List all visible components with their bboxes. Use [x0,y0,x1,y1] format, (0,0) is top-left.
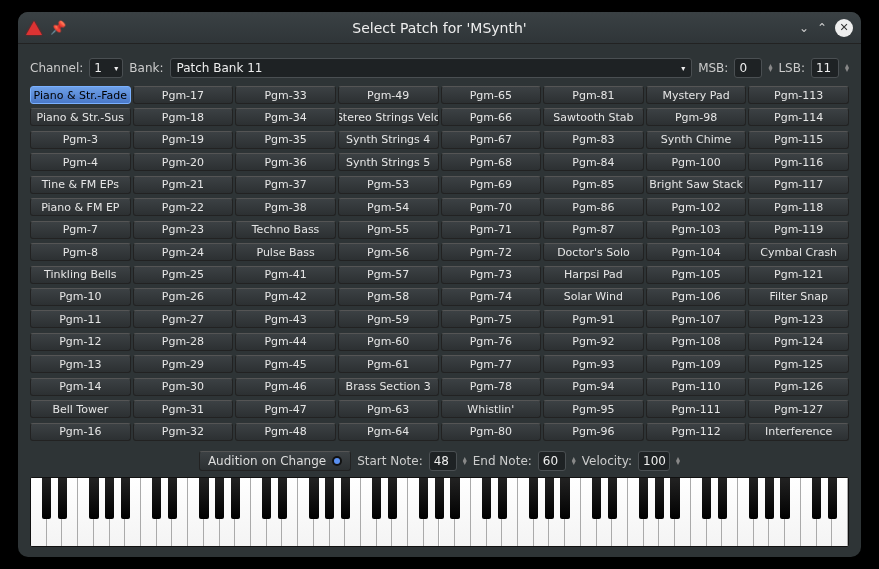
black-key[interactable] [42,478,51,519]
patch-button[interactable]: Pgm-72 [441,243,542,261]
patch-button[interactable]: Pgm-43 [235,310,336,328]
patch-button[interactable]: Pulse Bass [235,243,336,261]
patch-button[interactable]: Pgm-114 [748,108,849,126]
patch-button[interactable]: Pgm-102 [646,198,747,216]
patch-button[interactable]: Pgm-125 [748,355,849,373]
black-key[interactable] [89,478,98,519]
lsb-input[interactable]: 11 [811,58,839,78]
patch-button[interactable]: Pgm-96 [543,423,644,441]
patch-button[interactable]: Synth Strings 4 [338,131,439,149]
patch-button[interactable]: Piano & Str.-Fade [30,86,131,104]
patch-button[interactable]: Piano & FM EP [30,198,131,216]
black-key[interactable] [702,478,711,519]
patch-button[interactable]: Pgm-108 [646,333,747,351]
patch-button[interactable]: Doctor's Solo [543,243,644,261]
msb-input[interactable]: 0 [734,58,762,78]
patch-button[interactable]: Pgm-48 [235,423,336,441]
patch-button[interactable]: Pgm-83 [543,131,644,149]
patch-button[interactable]: Pgm-23 [133,221,234,239]
patch-button[interactable]: Pgm-32 [133,423,234,441]
patch-button[interactable]: Pgm-17 [133,86,234,104]
patch-button[interactable]: Pgm-104 [646,243,747,261]
black-key[interactable] [765,478,774,519]
chevron-down-icon[interactable]: ⌄ [799,21,809,35]
black-key[interactable] [168,478,177,519]
black-key[interactable] [592,478,601,519]
patch-button[interactable]: Pgm-18 [133,108,234,126]
patch-button[interactable]: Pgm-119 [748,221,849,239]
patch-button[interactable]: Pgm-80 [441,423,542,441]
patch-button[interactable]: Pgm-100 [646,153,747,171]
patch-button[interactable]: Pgm-86 [543,198,644,216]
black-key[interactable] [341,478,350,519]
patch-button[interactable]: Pgm-85 [543,176,644,194]
patch-button[interactable]: Pgm-60 [338,333,439,351]
velocity-input[interactable]: 100 [638,451,670,471]
patch-button[interactable]: Cymbal Crash [748,243,849,261]
patch-button[interactable]: Pgm-106 [646,288,747,306]
end-note-input[interactable]: 60 [538,451,566,471]
black-key[interactable] [639,478,648,519]
patch-button[interactable]: Pgm-66 [441,108,542,126]
patch-button[interactable]: Pgm-111 [646,400,747,418]
patch-button[interactable]: Pgm-115 [748,131,849,149]
patch-button[interactable]: Pgm-84 [543,153,644,171]
patch-button[interactable]: Pgm-64 [338,423,439,441]
black-key[interactable] [498,478,507,519]
patch-button[interactable]: Pgm-27 [133,310,234,328]
patch-button[interactable]: Pgm-42 [235,288,336,306]
black-key[interactable] [718,478,727,519]
patch-button[interactable]: Pgm-116 [748,153,849,171]
patch-button[interactable]: Pgm-63 [338,400,439,418]
channel-select[interactable]: 1 ▾ [89,58,123,78]
patch-button[interactable]: Pgm-49 [338,86,439,104]
black-key[interactable] [231,478,240,519]
patch-button[interactable]: Pgm-22 [133,198,234,216]
black-key[interactable] [152,478,161,519]
black-key[interactable] [278,478,287,519]
patch-button[interactable]: Pgm-36 [235,153,336,171]
black-key[interactable] [812,478,821,519]
patch-button[interactable]: Pgm-117 [748,176,849,194]
patch-button[interactable]: Whistlin' [441,400,542,418]
end-note-spinner[interactable]: ▴▾ [572,457,576,465]
patch-button[interactable]: Synth Chime [646,131,747,149]
black-key[interactable] [325,478,334,519]
patch-button[interactable]: Pgm-10 [30,288,131,306]
patch-button[interactable]: Tine & FM EPs [30,176,131,194]
patch-button[interactable]: Pgm-75 [441,310,542,328]
patch-button[interactable]: Pgm-8 [30,243,131,261]
patch-button[interactable]: Pgm-78 [441,378,542,396]
patch-button[interactable]: Pgm-25 [133,266,234,284]
black-key[interactable] [419,478,428,519]
patch-button[interactable]: Pgm-73 [441,266,542,284]
patch-button[interactable]: Pgm-35 [235,131,336,149]
patch-button[interactable]: Sawtooth Stab [543,108,644,126]
patch-button[interactable]: Pgm-55 [338,221,439,239]
patch-button[interactable]: Pgm-20 [133,153,234,171]
patch-button[interactable]: Pgm-109 [646,355,747,373]
patch-button[interactable]: Pgm-28 [133,333,234,351]
patch-button[interactable]: Pgm-44 [235,333,336,351]
piano-keyboard[interactable] [30,477,849,547]
black-key[interactable] [749,478,758,519]
patch-button[interactable]: Pgm-57 [338,266,439,284]
patch-button[interactable]: Pgm-118 [748,198,849,216]
patch-button[interactable]: Pgm-113 [748,86,849,104]
patch-button[interactable]: Pgm-87 [543,221,644,239]
patch-button[interactable]: Synth Strings 5 [338,153,439,171]
patch-button[interactable]: Techno Bass [235,221,336,239]
black-key[interactable] [309,478,318,519]
patch-button[interactable]: Pgm-14 [30,378,131,396]
patch-button[interactable]: Pgm-105 [646,266,747,284]
black-key[interactable] [121,478,130,519]
black-key[interactable] [780,478,789,519]
black-key[interactable] [388,478,397,519]
patch-button[interactable]: Pgm-127 [748,400,849,418]
black-key[interactable] [450,478,459,519]
patch-button[interactable]: Bell Tower [30,400,131,418]
velocity-spinner[interactable]: ▴▾ [676,457,680,465]
patch-button[interactable]: Pgm-76 [441,333,542,351]
audition-toggle[interactable]: Audition on Change [199,451,351,471]
msb-spinner[interactable]: ▴▾ [768,64,772,72]
